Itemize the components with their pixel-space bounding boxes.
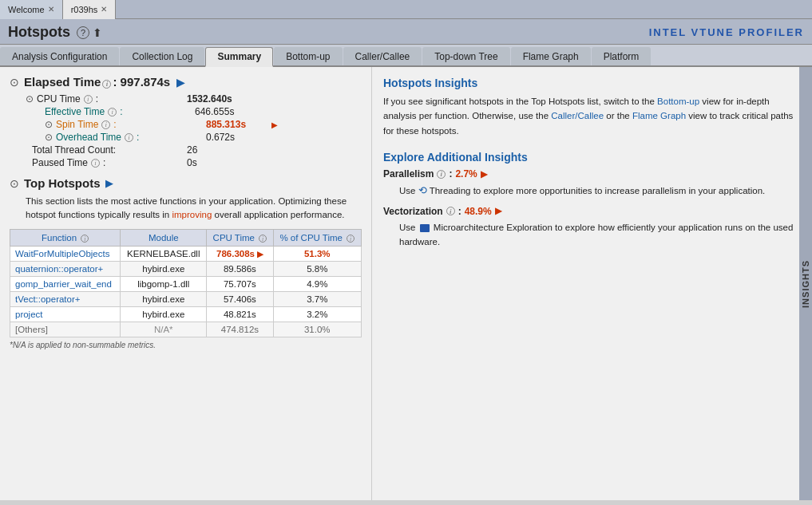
- spin-toggle[interactable]: ⊙: [45, 119, 53, 130]
- tab-summary[interactable]: Summary: [205, 47, 273, 67]
- link-bottom-up[interactable]: Bottom-up: [657, 97, 699, 106]
- tab-r039hs-close[interactable]: ✕: [101, 5, 107, 14]
- hotspots-title: Top Hotspots: [24, 176, 101, 190]
- overhead-info[interactable]: i: [125, 133, 133, 142]
- hotspot-module-cell: N/A*: [121, 322, 207, 337]
- vectorization-flag: ▶: [495, 206, 501, 216]
- effective-time-row: Effective Time i : 646.655s: [45, 106, 362, 117]
- hotspot-module-cell: KERNELBASE.dll: [121, 247, 207, 262]
- tab-caller-callee[interactable]: Caller/Callee: [343, 47, 422, 65]
- hotspot-function-cell[interactable]: project: [10, 307, 121, 322]
- tab-welcome-close[interactable]: ✕: [48, 5, 54, 14]
- tab-platform[interactable]: Platform: [592, 47, 652, 65]
- hotspot-module-cell: hybird.exe: [121, 262, 207, 277]
- hotspot-function-cell[interactable]: quaternion::operator+: [10, 262, 121, 277]
- col-cpu-info[interactable]: i: [259, 235, 267, 243]
- col-function-header: Function i: [10, 229, 121, 247]
- hotspot-cpu-cell: 57.406s: [207, 292, 273, 307]
- table-note: *N/A is applied to non-summable metrics.: [10, 341, 362, 349]
- intel-logo: INTEL VTUNE PROFILER: [649, 26, 804, 38]
- additional-insights-title: Explore Additional Insights: [383, 151, 801, 164]
- table-row: tVect::operator+hybird.exe57.406s3.7%: [10, 292, 362, 307]
- col-cpu-header: CPU Time i: [207, 229, 273, 247]
- overhead-toggle[interactable]: ⊙: [45, 132, 53, 143]
- nav-tab-bar: Analysis Configuration Collection Log Su…: [0, 45, 812, 67]
- hotspots-insights-body: If you see significant hotspots in the T…: [383, 94, 801, 138]
- export-icon[interactable]: ⬆: [93, 26, 102, 39]
- cpu-metrics: ⊙ CPU Time i : 1532.640s Effective Time …: [26, 93, 362, 168]
- paused-time-value: 0s: [187, 157, 251, 168]
- tab-welcome-label: Welcome: [8, 5, 45, 14]
- table-row: gomp_barrier_wait_endlibgomp-1.dll75.707…: [10, 277, 362, 292]
- vectorization-sub-insight: Use Microarchitecture Exploration to exp…: [399, 220, 801, 250]
- parallelism-row: Parallelism i : 2.7% ▶: [383, 168, 801, 180]
- spin-flag: ▶: [271, 120, 278, 129]
- link-caller-callee[interactable]: Caller/Callee: [551, 111, 604, 120]
- elapsed-info-icon[interactable]: i: [102, 80, 111, 89]
- hotspots-insights-section: Hotspots Insights If you see significant…: [383, 77, 801, 138]
- hotspots-insights-title: Hotspots Insights: [383, 77, 801, 89]
- hotspot-function-cell[interactable]: WaitForMultipleObjects: [10, 247, 121, 262]
- top-tab-bar: Welcome ✕ r039hs ✕: [0, 0, 812, 19]
- overhead-time-value: 0.672s: [206, 132, 270, 143]
- table-row: WaitForMultipleObjectsKERNELBASE.dll786.…: [10, 247, 362, 262]
- intel-logo-text: INTEL VTUNE PROFILER: [649, 26, 804, 38]
- cpu-flag: ▶: [255, 250, 263, 258]
- tab-flame-graph[interactable]: Flame Graph: [511, 47, 591, 65]
- hotspot-module-cell: hybird.exe: [121, 307, 207, 322]
- col-module-header: Module: [121, 229, 207, 247]
- help-icon[interactable]: ?: [77, 26, 89, 39]
- cpu-time-label: CPU Time i :: [37, 93, 180, 105]
- spin-info[interactable]: i: [101, 120, 110, 129]
- tab-collection-log[interactable]: Collection Log: [120, 47, 204, 65]
- hotspot-module-cell: hybird.exe: [121, 292, 207, 307]
- additional-insights-section: Explore Additional Insights Parallelism …: [383, 151, 801, 250]
- elapsed-arrow[interactable]: ▶: [176, 77, 184, 89]
- tab-top-down-tree[interactable]: Top-down Tree: [422, 47, 509, 65]
- main-content: ⊙ Elapsed Timei: 997.874s ▶ ⊙ CPU Time i…: [0, 67, 812, 500]
- thread-count-label: Total Thread Count:: [32, 144, 184, 156]
- link-microarch[interactable]: Microarchitecture Exploration: [434, 223, 553, 232]
- col-function-info[interactable]: i: [81, 235, 89, 243]
- paused-info[interactable]: i: [91, 159, 100, 168]
- col-pct-header: % of CPU Time i: [273, 229, 361, 247]
- hotspot-function-cell[interactable]: tVect::operator+: [10, 292, 121, 307]
- header-title: Hotspots: [8, 24, 70, 41]
- parallelism-label: Parallelism: [383, 168, 434, 180]
- effective-info[interactable]: i: [108, 108, 117, 116]
- hotspot-cpu-cell: 75.707s: [207, 277, 273, 292]
- elapsed-toggle[interactable]: ⊙: [10, 76, 19, 89]
- tab-welcome[interactable]: Welcome ✕: [0, 0, 63, 19]
- vectorization-info[interactable]: i: [446, 207, 455, 215]
- hotspot-cpu-cell: 48.821s: [207, 307, 273, 322]
- header-left: Hotspots ? ⬆: [8, 24, 102, 41]
- hotspot-function-cell: [Others]: [10, 322, 121, 337]
- insights-sidebar[interactable]: INSIGHTS: [799, 67, 812, 500]
- link-flame-graph[interactable]: Flame Graph: [632, 111, 686, 120]
- hotspots-toggle[interactable]: ⊙: [10, 177, 19, 190]
- vectorization-label: Vectorization: [383, 206, 443, 217]
- hotspot-function-cell[interactable]: gomp_barrier_wait_end: [10, 277, 121, 292]
- parallelism-info[interactable]: i: [437, 170, 446, 179]
- vectorization-row: Vectorization i : 48.9% ▶: [383, 206, 801, 217]
- spin-time-label: Spin Time i :: [56, 119, 200, 130]
- hotspot-pct-cell: 5.8%: [273, 262, 361, 277]
- hotspot-cpu-cell: 89.586s: [207, 262, 273, 277]
- hotspot-pct-cell: 3.7%: [273, 292, 361, 307]
- table-row: quaternion::operator+hybird.exe89.586s5.…: [10, 262, 362, 277]
- insights-sidebar-label: INSIGHTS: [801, 260, 810, 308]
- cpu-toggle[interactable]: ⊙: [26, 93, 34, 105]
- tab-r039hs[interactable]: r039hs ✕: [63, 0, 117, 19]
- parallelism-pct: 2.7%: [455, 168, 477, 180]
- parallelism-sub-insight: Use ⟲ Threading to explore more opportun…: [399, 183, 801, 199]
- cpu-time-info[interactable]: i: [84, 95, 93, 104]
- link-threading[interactable]: Threading: [430, 186, 471, 195]
- header: Hotspots ? ⬆ INTEL VTUNE PROFILER: [0, 19, 812, 45]
- hotspot-module-cell: libgomp-1.dll: [121, 277, 207, 292]
- chip-icon: [420, 224, 430, 232]
- overhead-time-row: ⊙ Overhead Time i : 0.672s: [45, 132, 362, 143]
- tab-analysis-configuration[interactable]: Analysis Configuration: [0, 47, 119, 65]
- col-pct-info[interactable]: i: [347, 235, 355, 243]
- tab-bottom-up[interactable]: Bottom-up: [274, 47, 342, 65]
- hotspots-arrow[interactable]: ▶: [105, 177, 113, 189]
